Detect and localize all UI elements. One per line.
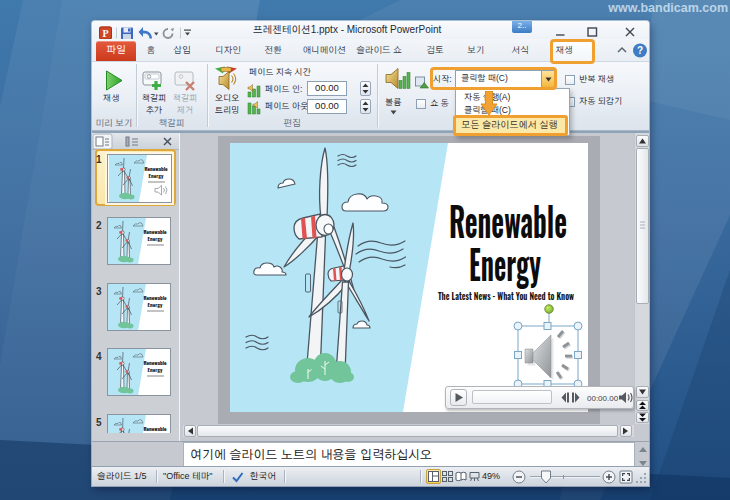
svg-text:?: ?: [637, 46, 643, 56]
svg-text:P: P: [102, 28, 108, 39]
svg-text:Energy: Energy: [148, 234, 163, 243]
svg-text:Energy: Energy: [148, 431, 163, 433]
svg-text:Energy: Energy: [148, 365, 163, 374]
svg-text:Energy: Energy: [149, 171, 164, 180]
svg-text:Energy: Energy: [148, 300, 163, 309]
svg-text:Energy: Energy: [469, 232, 541, 293]
